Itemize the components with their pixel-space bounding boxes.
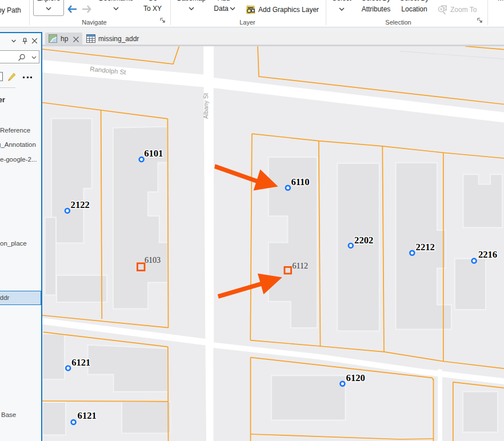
svg-text:2202: 2202 (354, 234, 373, 245)
svg-text:6103: 6103 (145, 256, 161, 264)
svg-text:6121: 6121 (71, 356, 90, 367)
svg-text:2216: 2216 (478, 248, 497, 259)
svg-text:6112: 6112 (293, 262, 308, 270)
svg-text:Albany St: Albany St (202, 93, 209, 118)
svg-text:2122: 2122 (71, 199, 90, 210)
svg-text:2212: 2212 (416, 242, 435, 252)
svg-text:6101: 6101 (144, 148, 163, 159)
svg-text:6121: 6121 (78, 410, 97, 421)
svg-text:6110: 6110 (291, 176, 309, 187)
svg-text:6120: 6120 (346, 372, 365, 383)
